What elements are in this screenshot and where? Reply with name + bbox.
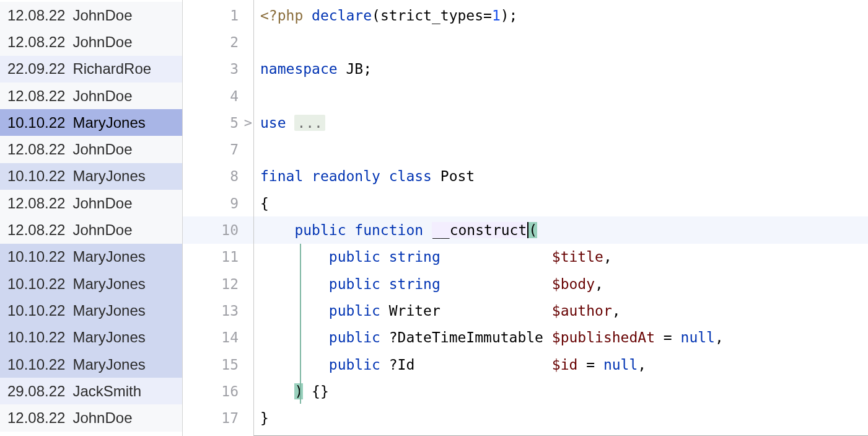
annotation-author: RichardRoe <box>72 60 151 78</box>
line-number[interactable]: 3 <box>183 56 253 82</box>
line-number[interactable]: 12 <box>183 270 253 297</box>
code-line[interactable]: public Writer $author, <box>254 297 868 324</box>
code-line[interactable]: public function __construct( <box>254 216 868 243</box>
line-number[interactable]: 16 <box>183 378 253 404</box>
annotation-row[interactable]: 12.08.22JohnDoe <box>0 82 182 109</box>
code-line[interactable]: public ?DateTimeImmutable $publishedAt =… <box>254 324 868 351</box>
annotation-date: 12.08.22 <box>7 141 65 158</box>
folded-region[interactable]: ... <box>294 115 325 131</box>
annotation-row[interactable]: 10.10.22MaryJones <box>0 163 182 190</box>
code-line[interactable]: namespace JB; <box>254 56 868 82</box>
line-number[interactable]: 11 <box>183 244 253 270</box>
line-number[interactable]: 8 <box>183 163 253 190</box>
annotation-date: 10.10.22 <box>7 302 65 319</box>
annotation-date: 12.08.22 <box>7 33 65 51</box>
annotation-date: 22.09.22 <box>7 60 65 78</box>
code-line[interactable]: public string $body, <box>254 270 868 297</box>
line-number[interactable]: 14 <box>183 324 253 351</box>
annotation-author: JohnDoe <box>72 7 132 24</box>
annotation-date: 29.08.22 <box>7 383 65 400</box>
code-line[interactable] <box>254 82 868 109</box>
line-number[interactable]: 9 <box>183 190 253 216</box>
annotation-author: JohnDoe <box>72 141 132 158</box>
annotation-row[interactable]: 12.08.22JohnDoe <box>0 2 182 29</box>
annotation-author: JohnDoe <box>72 221 132 239</box>
annotation-row[interactable]: 12.08.22JohnDoe <box>0 190 182 216</box>
line-number[interactable]: 5> <box>183 109 253 136</box>
annotation-author: JohnDoe <box>72 195 132 212</box>
annotation-date: 12.08.22 <box>7 87 65 105</box>
annotation-date: 12.08.22 <box>7 7 65 24</box>
annotation-row[interactable]: 10.10.22MaryJones <box>0 351 182 378</box>
code-editor[interactable]: <?php declare(strict_types=1); namespace… <box>254 0 868 436</box>
code-line[interactable]: public string $title, <box>254 244 868 270</box>
line-number[interactable]: 2 <box>183 29 253 55</box>
line-number[interactable]: 10 <box>183 216 253 243</box>
annotation-author: MaryJones <box>72 248 145 265</box>
annotation-date: 12.08.22 <box>7 221 65 239</box>
annotation-date: 12.08.22 <box>7 195 65 212</box>
annotation-author: MaryJones <box>72 302 145 319</box>
annotation-author: JackSmith <box>72 383 141 400</box>
code-line[interactable]: public ?Id $id = null, <box>254 351 868 378</box>
annotation-author: MaryJones <box>72 356 145 373</box>
annotation-row[interactable]: 22.09.22RichardRoe <box>0 56 182 82</box>
code-line[interactable]: use ... <box>254 109 868 136</box>
code-line[interactable]: } <box>254 404 868 431</box>
annotation-row[interactable]: 10.10.22MaryJones <box>0 109 182 136</box>
annotation-author: MaryJones <box>72 329 145 346</box>
annotation-date: 10.10.22 <box>7 114 65 131</box>
annotation-row[interactable]: 10.10.22MaryJones <box>0 270 182 297</box>
annotation-row[interactable]: 10.10.22MaryJones <box>0 324 182 351</box>
annotation-row[interactable]: 12.08.22JohnDoe <box>0 29 182 55</box>
line-number[interactable]: 1 <box>183 2 253 29</box>
text-cursor: ( <box>527 222 537 238</box>
line-number[interactable]: 17 <box>183 404 253 431</box>
annotation-author: JohnDoe <box>72 409 132 427</box>
code-line[interactable] <box>254 29 868 55</box>
line-number[interactable]: 13 <box>183 297 253 324</box>
annotation-date: 10.10.22 <box>7 167 65 185</box>
annotation-author: MaryJones <box>72 275 145 293</box>
annotation-date: 10.10.22 <box>7 248 65 265</box>
annotation-author: MaryJones <box>72 167 145 185</box>
annotation-author: JohnDoe <box>72 87 132 105</box>
line-number[interactable]: 7 <box>183 136 253 162</box>
indent-guide <box>300 244 301 404</box>
annotation-row[interactable]: 12.08.22JohnDoe <box>0 216 182 243</box>
annotation-row[interactable]: 12.08.22JohnDoe <box>0 136 182 162</box>
annotations-panel: 12.08.22JohnDoe12.08.22JohnDoe22.09.22Ri… <box>0 0 183 436</box>
annotation-date: 12.08.22 <box>7 409 65 427</box>
annotation-date: 10.10.22 <box>7 275 65 293</box>
line-number-gutter: 12345>7891011121314151617 <box>183 0 254 436</box>
line-number[interactable]: 15 <box>183 351 253 378</box>
code-line[interactable]: final readonly class Post <box>254 163 868 190</box>
code-line[interactable]: <?php declare(strict_types=1); <box>254 2 868 29</box>
annotation-date: 10.10.22 <box>7 329 65 346</box>
annotation-row[interactable]: 10.10.22MaryJones <box>0 244 182 270</box>
annotation-row[interactable]: 12.08.22JohnDoe <box>0 404 182 431</box>
code-line[interactable] <box>254 136 868 162</box>
annotation-row[interactable]: 10.10.22MaryJones <box>0 297 182 324</box>
code-line[interactable]: ) {} <box>254 378 868 404</box>
annotation-row[interactable]: 29.08.22JackSmith <box>0 378 182 404</box>
line-number[interactable]: 4 <box>183 82 253 109</box>
annotation-author: JohnDoe <box>72 33 132 51</box>
fold-toggle-icon[interactable]: > <box>244 115 252 130</box>
annotation-author: MaryJones <box>72 114 145 131</box>
annotation-date: 10.10.22 <box>7 356 65 373</box>
code-line[interactable]: { <box>254 190 868 216</box>
